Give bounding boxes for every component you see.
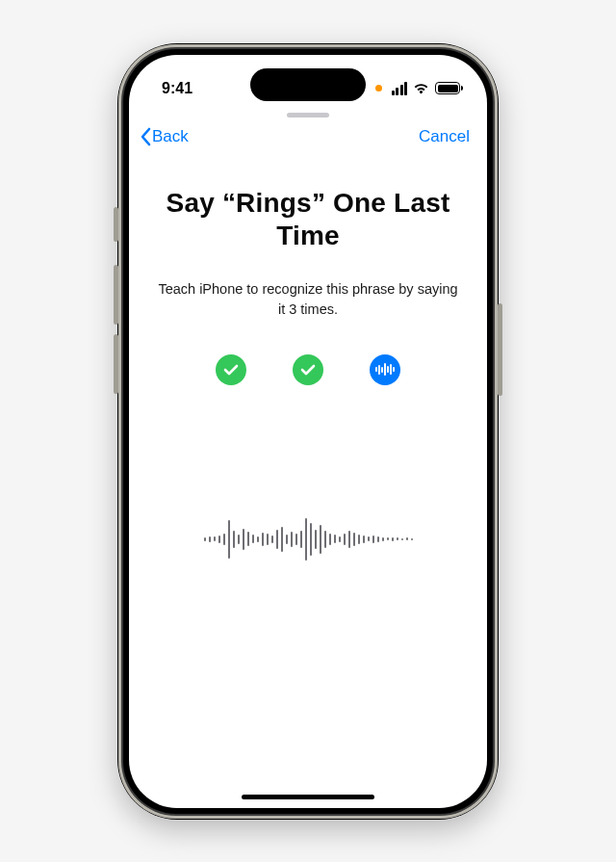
iphone-frame: 9:41 Back Cancel Sa — [117, 43, 499, 820]
cellular-icon — [392, 82, 408, 95]
checkmark-icon — [300, 364, 316, 376]
chevron-left-icon — [139, 127, 152, 146]
attempt-2-done — [293, 354, 323, 385]
page-subtitle: Teach iPhone to recognize this phrase by… — [154, 279, 462, 320]
screen: 9:41 Back Cancel Sa — [129, 55, 487, 808]
cancel-button[interactable]: Cancel — [419, 127, 470, 146]
back-label: Back — [152, 127, 189, 146]
power-button — [498, 303, 502, 396]
volume-up-button — [114, 265, 118, 325]
mic-indicator-dot — [375, 85, 382, 91]
nav-bar: Back Cancel — [129, 119, 487, 150]
attempt-3-recording — [370, 354, 400, 385]
wifi-icon — [413, 82, 429, 94]
content: Say “Rings” One Last Time Teach iPhone t… — [129, 150, 487, 808]
back-button[interactable]: Back — [139, 127, 189, 146]
attempt-1-done — [216, 354, 246, 385]
status-time: 9:41 — [162, 80, 192, 97]
attempt-indicators — [154, 354, 462, 385]
checkmark-icon — [223, 364, 239, 376]
sheet-grabber[interactable] — [287, 113, 329, 118]
dynamic-island — [250, 68, 366, 101]
action-button — [114, 207, 118, 242]
waveform-icon — [375, 363, 395, 376]
audio-waveform — [154, 501, 462, 578]
page-title: Say “Rings” One Last Time — [154, 187, 462, 252]
home-indicator[interactable] — [242, 795, 374, 799]
battery-icon — [435, 82, 460, 94]
volume-down-button — [114, 334, 118, 394]
